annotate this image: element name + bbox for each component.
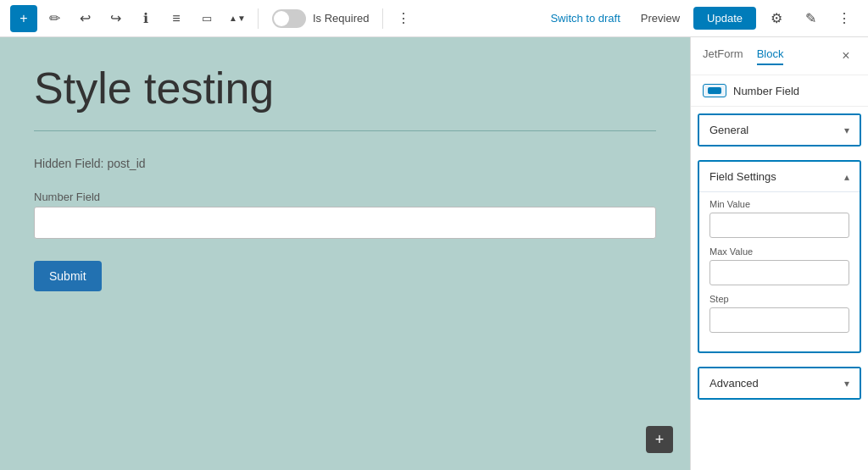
preview-button[interactable]: Preview [634,7,687,30]
undo-icon: ↩ [80,10,91,26]
sidebar-close-button[interactable]: × [836,46,856,66]
main-layout: Style testing Hidden Field: post_id Numb… [0,37,868,470]
field-type-indicator: Number Field [691,75,868,107]
edit-icon: ✎ [805,10,816,26]
max-value-input[interactable] [709,260,849,285]
title-divider [34,130,656,131]
list-icon: ≡ [172,11,180,26]
layout-icon: ▭ [202,12,212,25]
general-panel-header[interactable]: General ▾ [699,115,860,145]
switch-to-draft-button[interactable]: Switch to draft [543,7,626,30]
number-field-section: Number Field [34,191,656,239]
canvas-add-block-button[interactable]: + [646,426,673,453]
toolbar: + ✏ ↩ ↪ ℹ ≡ ▭ ▲▼ Is Required ⋮ [0,0,868,37]
step-input[interactable] [709,307,849,333]
info-button[interactable]: ℹ [132,5,159,32]
canvas-plus-icon: + [655,431,665,449]
gear-icon: ⚙ [771,10,782,26]
is-required-toggle-container: Is Required [272,9,369,28]
tab-block[interactable]: Block [757,47,784,65]
step-label: Step [709,294,849,304]
redo-button[interactable]: ↪ [102,5,129,32]
general-panel-label: General [709,124,748,136]
min-value-label: Min Value [709,199,849,209]
redo-icon: ↪ [110,10,121,26]
hidden-field-label: Hidden Field: post_id [34,157,656,170]
field-settings-chevron-icon: ▴ [844,171,849,183]
field-type-label: Number Field [733,85,799,97]
max-value-group: Max Value [709,246,849,285]
info-icon: ℹ [143,10,148,26]
overflow-icon: ⋮ [837,10,851,26]
add-block-button[interactable]: + [10,5,37,32]
is-required-label: Is Required [313,12,369,25]
submit-button[interactable]: Submit [34,261,102,291]
plus-icon: + [19,11,27,26]
general-chevron-icon: ▾ [844,124,849,136]
max-value-label: Max Value [709,246,849,257]
min-value-input[interactable] [709,213,849,238]
sidebar-header: JetForm Block × [691,37,868,75]
number-field-icon [703,84,726,97]
page-title: Style testing [34,63,656,113]
advanced-panel: Advanced ▾ [698,367,861,400]
toolbar-divider [258,8,259,29]
edit-mode-button[interactable]: ✎ [797,5,824,32]
advanced-panel-header[interactable]: Advanced ▾ [699,368,860,398]
number-field-input[interactable] [34,207,656,239]
edit-button[interactable]: ✏ [41,5,68,32]
layout-toggle-button[interactable]: ▲▼ [224,5,251,32]
pencil-icon: ✏ [49,10,60,26]
step-group: Step [709,294,849,333]
field-settings-panel-header[interactable]: Field Settings ▴ [699,162,860,191]
number-field-label: Number Field [34,191,656,203]
field-settings-panel: Field Settings ▴ Min Value Max Value Ste… [698,160,861,353]
close-icon: × [842,48,849,64]
list-view-button[interactable]: ≡ [163,5,190,32]
is-required-toggle[interactable] [272,9,306,28]
settings-button[interactable]: ⚙ [763,5,790,32]
field-settings-panel-label: Field Settings [709,170,776,183]
undo-button[interactable]: ↩ [71,5,98,32]
tab-jetform[interactable]: JetForm [703,47,743,65]
advanced-chevron-icon: ▾ [844,378,849,390]
advanced-panel-label: Advanced [709,377,759,390]
toolbar-left: + ✏ ↩ ↪ ℹ ≡ ▭ ▲▼ Is Required ⋮ [10,5,540,32]
update-button[interactable]: Update [693,7,756,30]
sidebar-tabs: JetForm Block [703,47,783,65]
sidebar: JetForm Block × Number Field General ▾ F… [690,37,868,470]
general-panel: General ▾ [698,113,861,147]
toolbar-right: Switch to draft Preview Update ⚙ ✎ ⋮ [543,5,858,32]
layout-button[interactable]: ▭ [193,5,220,32]
more-icon: ⋮ [397,10,410,26]
min-value-group: Min Value [709,199,849,238]
chevron-up-down-icon: ▲▼ [229,14,246,23]
toolbar-divider-2 [382,8,383,29]
number-field-icon-bar [708,87,721,94]
canvas-area: Style testing Hidden Field: post_id Numb… [0,37,690,470]
overflow-menu-button[interactable]: ⋮ [831,5,858,32]
field-settings-body: Min Value Max Value Step [699,191,860,351]
more-options-button[interactable]: ⋮ [390,5,417,32]
